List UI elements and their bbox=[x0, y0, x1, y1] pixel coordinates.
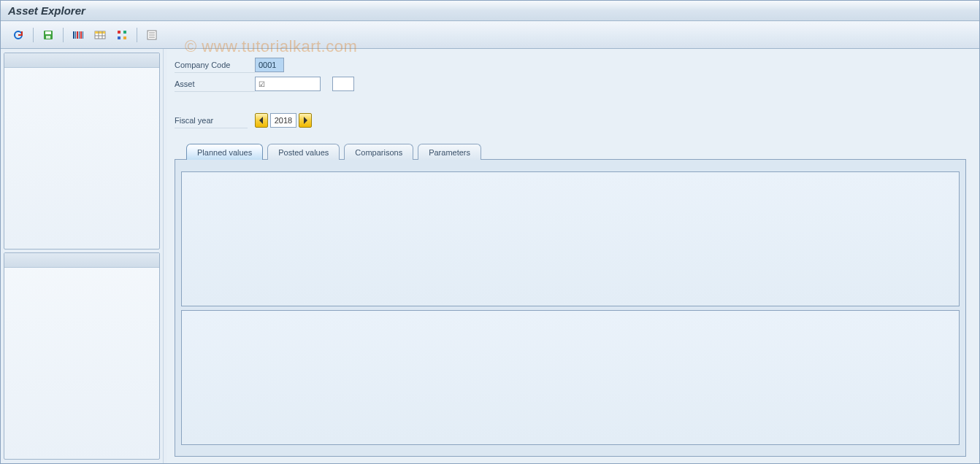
svg-rect-2 bbox=[45, 31, 51, 34]
left-pane bbox=[1, 49, 163, 463]
svg-rect-8 bbox=[80, 31, 82, 39]
refresh-button[interactable] bbox=[8, 26, 28, 45]
svg-rect-7 bbox=[79, 31, 80, 39]
save-icon bbox=[42, 29, 54, 41]
tab-parameters[interactable]: Parameters bbox=[418, 144, 481, 160]
company-code-input[interactable]: 0001 bbox=[255, 58, 284, 72]
company-code-label: Company Code bbox=[175, 57, 255, 73]
chevron-right-icon bbox=[302, 117, 308, 124]
tab-label: Comparisons bbox=[355, 148, 402, 157]
window-title: Asset Explorer bbox=[8, 4, 85, 17]
company-code-row: Company Code 0001 bbox=[175, 56, 966, 74]
left-panel-top bbox=[4, 53, 160, 250]
tab-label: Parameters bbox=[429, 148, 470, 157]
asset-subnumber-input[interactable] bbox=[332, 77, 354, 91]
tab-strip: Planned values Posted values Comparisons… bbox=[186, 144, 966, 160]
barcode-button[interactable] bbox=[68, 26, 88, 45]
svg-rect-3 bbox=[46, 36, 50, 39]
svg-rect-6 bbox=[77, 31, 78, 39]
tab-label: Posted values bbox=[278, 148, 329, 157]
asset-input[interactable]: ☑ bbox=[255, 77, 321, 91]
tab-posted-values[interactable]: Posted values bbox=[267, 144, 340, 160]
svg-rect-11 bbox=[95, 31, 105, 34]
list-icon bbox=[146, 29, 158, 41]
content-area: Company Code 0001 Asset ☑ Fiscal year bbox=[1, 49, 979, 463]
svg-rect-16 bbox=[123, 31, 126, 34]
refresh-icon bbox=[12, 29, 24, 41]
chevron-left-icon bbox=[259, 117, 264, 124]
main-pane: Company Code 0001 Asset ☑ Fiscal year bbox=[167, 49, 979, 463]
left-panel-bottom bbox=[4, 252, 160, 460]
toolbar bbox=[1, 21, 979, 49]
window: Asset Explorer bbox=[0, 0, 980, 464]
asset-row: Asset ☑ bbox=[175, 75, 966, 93]
grid-icon bbox=[72, 29, 84, 41]
fiscal-year-input[interactable]: 2018 bbox=[270, 113, 296, 128]
dots-icon bbox=[116, 29, 128, 41]
spacer bbox=[175, 94, 966, 112]
table-button[interactable] bbox=[90, 26, 110, 45]
checkbox-icon: ☑ bbox=[259, 80, 265, 88]
planned-values-upper-panel bbox=[181, 171, 960, 306]
svg-rect-17 bbox=[118, 36, 120, 39]
svg-rect-4 bbox=[73, 31, 74, 39]
table-icon bbox=[94, 29, 106, 41]
svg-rect-18 bbox=[123, 36, 126, 39]
fiscal-year-label: Fiscal year bbox=[175, 112, 248, 128]
separator bbox=[137, 28, 137, 42]
svg-rect-9 bbox=[83, 31, 83, 39]
left-panel-bottom-header bbox=[4, 253, 159, 268]
year-prev-button[interactable] bbox=[255, 113, 268, 128]
tab-label: Planned values bbox=[197, 148, 252, 157]
left-panel-top-header bbox=[4, 53, 159, 68]
save-button[interactable] bbox=[38, 26, 58, 45]
tab-content bbox=[175, 159, 966, 457]
year-group: 2018 bbox=[255, 113, 312, 128]
list-button[interactable] bbox=[142, 26, 162, 45]
asset-label: Asset bbox=[175, 76, 255, 92]
year-next-button[interactable] bbox=[299, 113, 312, 128]
svg-rect-5 bbox=[75, 31, 76, 39]
fiscal-year-row: Fiscal year 2018 bbox=[175, 112, 966, 129]
svg-rect-15 bbox=[118, 31, 120, 34]
tab-planned-values[interactable]: Planned values bbox=[186, 144, 263, 160]
title-bar: Asset Explorer bbox=[1, 1, 979, 21]
separator bbox=[63, 28, 64, 42]
separator bbox=[33, 28, 34, 42]
graph-button[interactable] bbox=[112, 26, 132, 45]
tab-comparisons[interactable]: Comparisons bbox=[344, 144, 413, 160]
planned-values-lower-panel bbox=[181, 310, 960, 445]
